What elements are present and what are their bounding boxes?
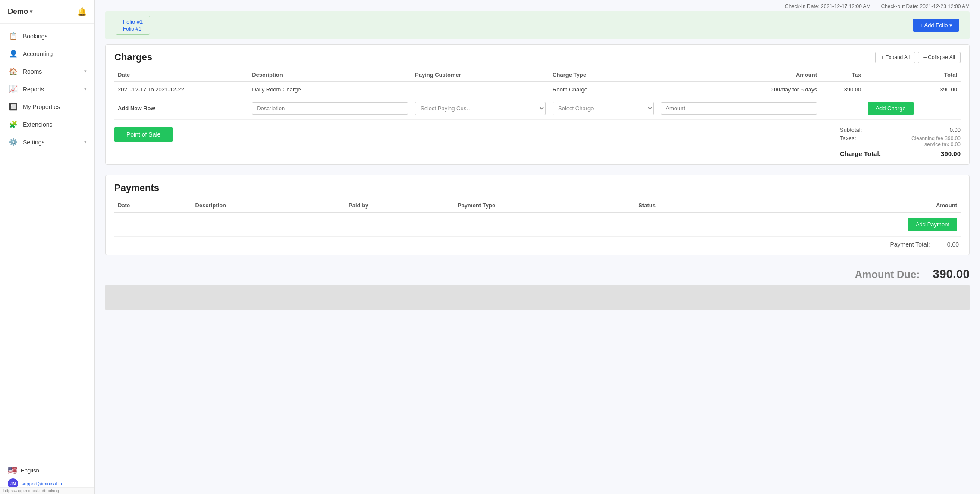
settings-icon: ⚙️ bbox=[9, 138, 18, 146]
sidebar-item-label: Reports bbox=[23, 86, 44, 93]
charges-title: Charges bbox=[114, 52, 152, 63]
subtotal-row: Subtotal: 0.00 bbox=[840, 127, 961, 133]
sidebar-header: Demo ▾ 🔔 bbox=[0, 0, 94, 24]
sidebar-item-label: Extensions bbox=[23, 121, 52, 128]
table-row: 2021-12-17 To 2021-12-22 Daily Room Char… bbox=[114, 82, 961, 97]
amount-due-label: Amount Due: bbox=[855, 269, 920, 281]
description-input[interactable] bbox=[252, 102, 408, 115]
taxes-row: Taxes: Cleanning fee 390.00 service tax … bbox=[840, 135, 961, 147]
charge-total-label: Charge Total: bbox=[840, 150, 881, 157]
bottom-strip bbox=[105, 285, 970, 310]
charge-total-row: Charge Total: 390.00 bbox=[840, 150, 961, 157]
url-hint: https://app.minical.io/booking bbox=[0, 487, 94, 494]
add-folio-button[interactable]: + Add Folio ▾ bbox=[913, 19, 959, 32]
pay-col-status: Status bbox=[635, 199, 732, 213]
add-charge-cell: Add Charge bbox=[864, 97, 961, 120]
accounting-icon: 👤 bbox=[9, 50, 18, 58]
select-charge-select[interactable]: Select Charge bbox=[553, 102, 654, 115]
sidebar-footer: 🇺🇸 English JN support@minical.io https:/… bbox=[0, 460, 94, 494]
payment-total-label: Payment Total: bbox=[890, 241, 930, 248]
amount-cell bbox=[657, 97, 820, 120]
bell-icon[interactable]: 🔔 bbox=[77, 7, 87, 16]
checkout-date: Check-out Date: 2021-12-23 12:00 AM bbox=[881, 3, 970, 9]
add-new-row: Add New Row Select Paying Cus… Select Ch… bbox=[114, 97, 961, 120]
folio-bar: Folio #1 Folio #1 + Add Folio ▾ bbox=[105, 11, 970, 39]
totals-block: Subtotal: 0.00 Taxes: Cleanning fee 390.… bbox=[840, 127, 961, 157]
payments-table: Date Description Paid by Payment Type St… bbox=[114, 199, 961, 237]
charges-section: Charges + Expand All – Collapse All Date… bbox=[105, 44, 970, 165]
collapse-all-button[interactable]: – Collapse All bbox=[918, 52, 961, 63]
reports-icon: 📈 bbox=[9, 85, 18, 93]
pay-col-date: Date bbox=[114, 199, 192, 213]
payment-total-value: 0.00 bbox=[947, 241, 959, 248]
row-amount: 0.00/day for 6 days bbox=[657, 82, 820, 97]
logo-text: Demo bbox=[8, 7, 28, 16]
tax-detail-1: Cleanning fee 390.00 bbox=[911, 135, 961, 141]
my-properties-icon: 🔲 bbox=[9, 103, 18, 111]
col-charge-type: Charge Type bbox=[549, 68, 657, 82]
sidebar-item-label: Bookings bbox=[23, 33, 48, 40]
amount-due-row: Amount Due: 390.00 bbox=[105, 267, 970, 281]
sidebar-item-rooms[interactable]: 🏠 Rooms ▾ bbox=[0, 63, 94, 80]
chevron-down-icon: ▾ bbox=[84, 86, 87, 92]
sidebar-item-label: My Properties bbox=[23, 103, 60, 110]
app-logo[interactable]: Demo ▾ bbox=[8, 7, 32, 16]
amount-input[interactable] bbox=[661, 102, 817, 115]
sidebar-nav: 📋 Bookings 👤 Accounting 🏠 Rooms ▾ 📈 Repo… bbox=[0, 24, 94, 460]
support-email[interactable]: support@minical.io bbox=[22, 481, 62, 486]
col-paying-customer: Paying Customer bbox=[411, 68, 549, 82]
bookings-icon: 📋 bbox=[9, 32, 18, 40]
payment-total-row: Payment Total: 0.00 bbox=[114, 241, 961, 248]
extensions-icon: 🧩 bbox=[9, 120, 18, 128]
sidebar-item-my-properties[interactable]: 🔲 My Properties bbox=[0, 98, 94, 116]
sidebar-item-accounting[interactable]: 👤 Accounting bbox=[0, 45, 94, 63]
sidebar-item-label: Rooms bbox=[23, 68, 42, 75]
top-info-bar: Check-In Date: 2021-12-17 12:00 AM Check… bbox=[95, 0, 980, 11]
charges-header: Charges + Expand All – Collapse All bbox=[114, 52, 961, 63]
payments-section: Payments Date Description Paid by Paymen… bbox=[105, 175, 970, 255]
amount-due-value: 390.00 bbox=[933, 267, 970, 281]
sidebar-item-bookings[interactable]: 📋 Bookings bbox=[0, 27, 94, 45]
pay-col-payment-type: Payment Type bbox=[454, 199, 635, 213]
select-charge-cell: Select Charge bbox=[549, 97, 657, 120]
sidebar-item-settings[interactable]: ⚙️ Settings ▾ bbox=[0, 133, 94, 151]
row-charge-type: Room Charge bbox=[549, 82, 657, 97]
row-date: 2021-12-17 To 2021-12-22 bbox=[114, 82, 248, 97]
sidebar-item-extensions[interactable]: 🧩 Extensions bbox=[0, 116, 94, 133]
add-row-label: Add New Row bbox=[114, 97, 248, 120]
row-paying-customer bbox=[411, 82, 549, 97]
main-content: Check-In Date: 2021-12-17 12:00 AM Check… bbox=[95, 0, 980, 494]
chevron-down-icon: ▾ bbox=[84, 69, 87, 74]
rooms-icon: 🏠 bbox=[9, 67, 18, 75]
pos-button[interactable]: Point of Sale bbox=[114, 127, 173, 142]
payments-title: Payments bbox=[114, 182, 159, 194]
pay-col-paid-by: Paid by bbox=[345, 199, 454, 213]
sidebar: Demo ▾ 🔔 📋 Bookings 👤 Accounting 🏠 Rooms… bbox=[0, 0, 95, 494]
language-selector[interactable]: 🇺🇸 English bbox=[8, 466, 87, 475]
col-tax: Tax bbox=[820, 68, 864, 82]
description-cell bbox=[248, 97, 411, 120]
folio-tab-1[interactable]: Folio #1 Folio #1 bbox=[116, 16, 150, 35]
pay-col-amount: Amount bbox=[733, 199, 961, 213]
pay-col-description: Description bbox=[192, 199, 346, 213]
logo-chevron-icon: ▾ bbox=[30, 9, 32, 15]
sidebar-item-label: Accounting bbox=[23, 50, 53, 57]
charges-actions: + Expand All – Collapse All bbox=[875, 52, 961, 63]
flag-icon: 🇺🇸 bbox=[8, 466, 17, 475]
checkin-date: Check-In Date: 2021-12-17 12:00 AM bbox=[785, 3, 871, 9]
add-payment-button[interactable]: Add Payment bbox=[908, 218, 957, 231]
row-tax: 390.00 bbox=[820, 82, 864, 97]
pos-section: Point of Sale bbox=[114, 127, 173, 142]
chevron-down-icon: ▾ bbox=[84, 139, 87, 145]
subtotal-label: Subtotal: bbox=[840, 127, 862, 133]
charges-table: Date Description Paying Customer Charge … bbox=[114, 68, 961, 120]
expand-all-button[interactable]: + Expand All bbox=[875, 52, 915, 63]
paying-customer-select[interactable]: Select Paying Cus… bbox=[415, 102, 546, 115]
row-total: 390.00 bbox=[864, 82, 961, 97]
sidebar-item-label: Settings bbox=[23, 139, 45, 146]
sidebar-item-reports[interactable]: 📈 Reports ▾ bbox=[0, 80, 94, 98]
col-date: Date bbox=[114, 68, 248, 82]
charges-bottom: Point of Sale Subtotal: 0.00 Taxes: Clea… bbox=[114, 127, 961, 157]
add-charge-button[interactable]: Add Charge bbox=[868, 102, 913, 115]
language-label: English bbox=[21, 467, 39, 474]
